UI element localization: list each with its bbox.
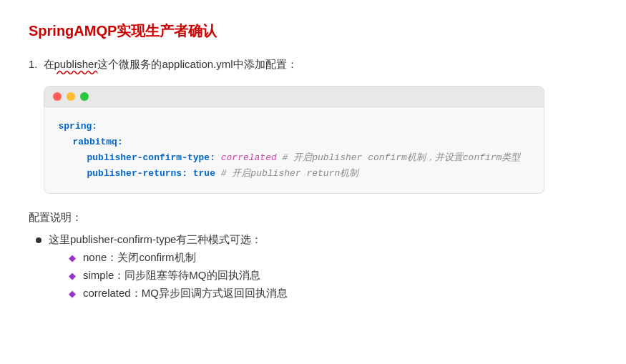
diamond-icon-2: ◆: [69, 270, 76, 281]
code-line-2: rabbitmq:: [73, 134, 529, 150]
code-key-spring: spring:: [59, 121, 98, 132]
desc-suffix: 这个微服务的application.yml中添加配置：: [97, 58, 297, 70]
sub-bullet-simple-text: simple：同步阻塞等待MQ的回执消息: [83, 269, 260, 282]
code-key-returns: publisher-returns:: [87, 168, 193, 179]
code-value-true: true: [193, 168, 215, 179]
sub-bullet-list: ◆ none：关闭confirm机制 ◆ simple：同步阻塞等待MQ的回执消…: [69, 251, 288, 300]
sub-bullet-none-text: none：关闭confirm机制: [83, 251, 196, 265]
sub-bullet-correlated: ◆ correlated：MQ异步回调方式返回回执消息: [69, 287, 288, 300]
dot-green: [80, 92, 89, 101]
code-line-1: spring:: [59, 119, 529, 134]
step-1: 1. 在publisher这个微服务的application.yml中添加配置：…: [29, 58, 597, 194]
sub-bullet-correlated-text: correlated：MQ异步回调方式返回回执消息: [83, 287, 288, 300]
code-line-4: publisher-returns: true # 开启publisher re…: [87, 166, 529, 182]
desc-prefix: 在: [44, 58, 54, 70]
step-description: 在publisher这个微服务的application.yml中添加配置：: [44, 58, 298, 72]
code-titlebar: [44, 87, 544, 107]
step-number: 1.: [29, 58, 38, 70]
code-key-confirm-type: publisher-confirm-type:: [87, 152, 221, 163]
diamond-icon-1: ◆: [69, 252, 76, 263]
bullet-label-1: 这里publisher-confirm-type有三种模式可选：: [49, 233, 262, 245]
bullet-list: 这里publisher-confirm-type有三种模式可选： ◆ none：…: [36, 233, 597, 305]
dot-yellow: [67, 92, 75, 101]
config-note: 配置说明：: [29, 211, 597, 225]
bullet-text-1: 这里publisher-confirm-type有三种模式可选： ◆ none：…: [49, 233, 288, 305]
code-body: spring: rabbitmq: publisher-confirm-type…: [44, 107, 544, 193]
desc-keyword: publisher: [54, 58, 98, 70]
step-content: 在publisher这个微服务的application.yml中添加配置： sp…: [44, 58, 597, 194]
code-block: spring: rabbitmq: publisher-confirm-type…: [44, 86, 544, 194]
bullet-item-1: 这里publisher-confirm-type有三种模式可选： ◆ none：…: [36, 233, 597, 305]
page-title: SpringAMQP实现生产者确认: [29, 21, 597, 41]
sub-bullet-simple: ◆ simple：同步阻塞等待MQ的回执消息: [69, 269, 288, 282]
bullet-circle-1: [36, 237, 41, 243]
code-key-rabbitmq: rabbitmq:: [73, 137, 123, 147]
diamond-icon-3: ◆: [69, 288, 76, 299]
code-comment-1: # 开启publisher confirm机制，并设置confirm类型: [277, 152, 521, 163]
dot-red: [53, 92, 62, 101]
code-line-3: publisher-confirm-type: correlated # 开启p…: [87, 150, 529, 166]
sub-bullet-none: ◆ none：关闭confirm机制: [69, 251, 288, 265]
code-comment-2: # 开启publisher return机制: [215, 168, 358, 179]
code-value-correlated: correlated: [221, 152, 277, 163]
